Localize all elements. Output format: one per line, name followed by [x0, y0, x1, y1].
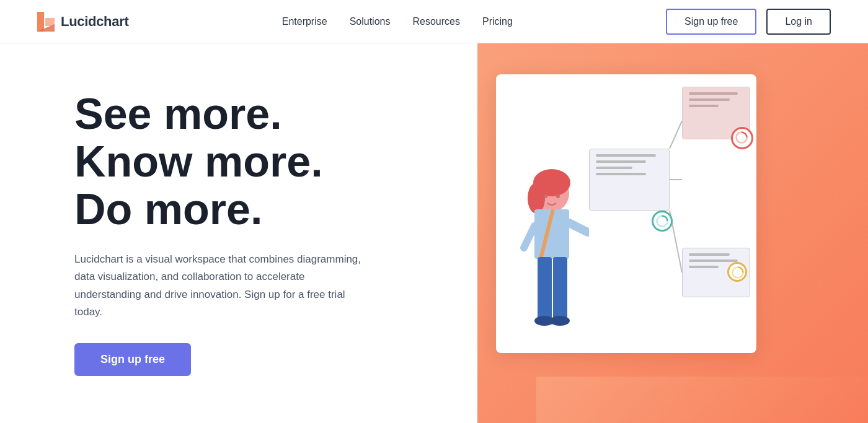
- hero-title-line2: Know more.: [74, 137, 323, 186]
- diagram-nodes: [589, 87, 750, 322]
- svg-point-14: [544, 194, 547, 198]
- header-signup-button[interactable]: Sign up free: [666, 9, 756, 35]
- person-figure: [508, 155, 589, 353]
- logo-text: Lucidchart: [61, 14, 128, 30]
- svg-rect-0: [37, 12, 44, 32]
- svg-rect-11: [553, 257, 567, 319]
- node-lines-middle: [596, 154, 663, 179]
- hero-illustration: [496, 74, 756, 353]
- header-login-button[interactable]: Log in: [766, 9, 831, 35]
- hero-right: [477, 43, 868, 423]
- hero-title-line1: See more.: [74, 90, 282, 138]
- svg-line-16: [670, 121, 682, 149]
- indicator-teal: [652, 211, 673, 232]
- svg-line-7: [569, 223, 588, 232]
- svg-point-5: [528, 183, 545, 214]
- hero-left: See more. Know more. Do more. Lucidchart…: [0, 43, 477, 423]
- svg-point-13: [550, 316, 570, 326]
- header-buttons: Sign up free Log in: [666, 9, 831, 35]
- indicator-yellow-icon: [730, 265, 745, 280]
- lucidchart-logo-icon: [37, 12, 55, 32]
- indicator-teal-icon: [655, 214, 670, 229]
- nav-solutions[interactable]: Solutions: [350, 16, 391, 27]
- node-lines-top: [689, 92, 743, 111]
- main-nav: Enterprise Solutions Resources Pricing: [282, 16, 513, 27]
- hero-title-line3: Do more.: [74, 185, 262, 233]
- logo[interactable]: Lucidchart: [37, 12, 128, 32]
- header: Lucidchart Enterprise Solutions Resource…: [0, 0, 868, 43]
- hero-description: Lucidchart is a visual workspace that co…: [74, 251, 372, 320]
- svg-point-15: [556, 194, 560, 198]
- main-content: See more. Know more. Do more. Lucidchart…: [0, 43, 868, 423]
- nav-resources[interactable]: Resources: [412, 16, 459, 27]
- nav-enterprise[interactable]: Enterprise: [282, 16, 327, 27]
- hero-signup-button[interactable]: Sign up free: [74, 343, 191, 376]
- nav-pricing[interactable]: Pricing: [482, 16, 513, 27]
- person-svg: [508, 155, 589, 353]
- bottom-coral-strip: [536, 377, 869, 423]
- svg-rect-10: [538, 257, 552, 319]
- diagram-node-middle: [589, 149, 670, 211]
- indicator-red: [731, 127, 753, 149]
- indicator-red-icon: [734, 130, 749, 145]
- indicator-yellow: [727, 262, 747, 282]
- svg-line-8: [524, 226, 534, 248]
- hero-title: See more. Know more. Do more.: [74, 90, 428, 233]
